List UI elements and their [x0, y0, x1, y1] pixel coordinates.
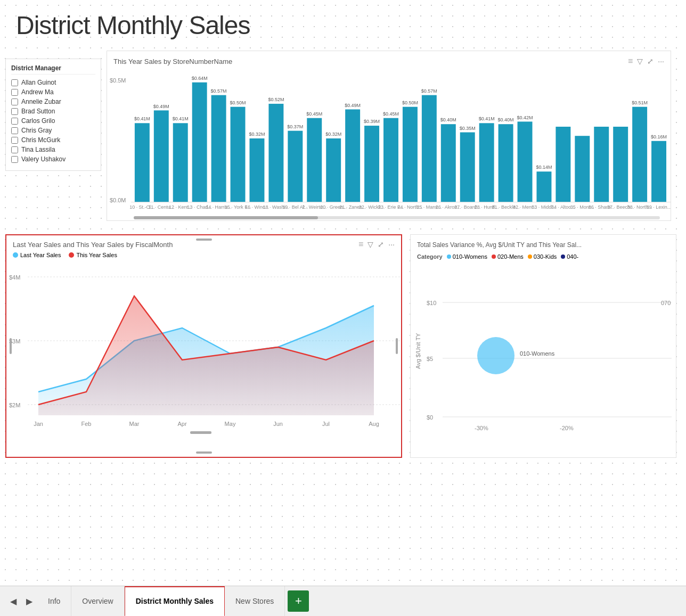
svg-text:$10: $10: [427, 300, 436, 306]
filter-checkbox-4[interactable]: [11, 118, 18, 125]
filter-label-8: Valery Ushakov: [21, 155, 66, 163]
svg-text:Jul: Jul: [322, 421, 330, 427]
scatter-legend-label: Category: [417, 253, 443, 260]
svg-text:$0.41M: $0.41M: [173, 117, 189, 122]
bar-chart-svg: $0.5M $0.0M $0.41M $0.49M $0.41M $0.64M …: [107, 67, 671, 210]
filter-checkbox-7[interactable]: [11, 146, 18, 153]
resize-handle-right[interactable]: [396, 338, 398, 354]
svg-text:$0.39M: $0.39M: [364, 119, 380, 124]
filter-item-5[interactable]: Chris Gray: [11, 127, 95, 134]
svg-text:$2M: $2M: [9, 402, 20, 408]
tab-overview[interactable]: Overview: [71, 586, 124, 617]
line-chart-legend: Last Year Sales This Year Sales: [6, 249, 401, 261]
filter-item-8[interactable]: Valery Ushakov: [11, 155, 95, 163]
svg-text:$0.52M: $0.52M: [268, 97, 284, 102]
tab-district-monthly-sales[interactable]: District Monthly Sales: [125, 586, 225, 616]
svg-rect-50: [632, 107, 647, 202]
svg-rect-18: [288, 131, 303, 202]
womens-bubble-label: 010-Womens: [520, 350, 555, 357]
womens-bubble[interactable]: [477, 337, 514, 374]
resize-handle-bottom[interactable]: [196, 451, 212, 454]
svg-text:$0.14M: $0.14M: [536, 165, 552, 170]
scatter-chart-title: Total Sales Variance %, Avg $/Unit TY an…: [417, 241, 582, 249]
svg-rect-32: [422, 95, 437, 202]
line-expand-icon[interactable]: ⤢: [378, 240, 384, 249]
svg-text:$0.45M: $0.45M: [383, 111, 399, 117]
expand-icon[interactable]: ⤢: [647, 57, 654, 65]
tab-add-button[interactable]: +: [288, 590, 309, 612]
line-filter-icon[interactable]: ▽: [368, 240, 373, 249]
svg-text:May: May: [225, 421, 236, 427]
legend-label-last-year: Last Year Sales: [20, 252, 61, 258]
filter-checkbox-6[interactable]: [11, 137, 18, 144]
svg-text:Avg $/Unit TY: Avg $/Unit TY: [415, 333, 421, 369]
more-options-icon[interactable]: ···: [658, 57, 664, 65]
filter-checkbox-5[interactable]: [11, 127, 18, 134]
svg-text:$0.0M: $0.0M: [110, 197, 126, 203]
filter-checkbox-8[interactable]: [11, 156, 18, 163]
filter-checkbox-0[interactable]: [11, 79, 18, 86]
tab-new-stores[interactable]: New Stores: [225, 586, 285, 617]
nav-right-arrow[interactable]: ▶: [21, 586, 37, 617]
resize-handle-top[interactable]: [196, 239, 212, 241]
svg-text:070: 070: [661, 300, 671, 306]
svg-text:$0.49M: $0.49M: [153, 104, 169, 109]
legend-this-year: This Year Sales: [69, 252, 117, 258]
filter-checkbox-1[interactable]: [11, 89, 18, 96]
svg-text:$0.16M: $0.16M: [651, 134, 667, 139]
filter-icon[interactable]: ▽: [637, 57, 643, 65]
scatter-legend-kids: 030-Kids: [528, 253, 557, 260]
svg-rect-46: [556, 127, 570, 202]
womens-dot: [447, 254, 451, 259]
svg-text:Jan: Jan: [34, 421, 43, 427]
tab-info[interactable]: Info: [37, 586, 71, 617]
scrollbar-thumb[interactable]: [134, 216, 318, 219]
bar-chart-title: This Year Sales by StoreNumberName: [113, 58, 232, 65]
filter-label-6: Chris McGurk: [21, 136, 60, 144]
svg-text:$0.35M: $0.35M: [460, 126, 476, 131]
filter-item-0[interactable]: Allan Guinot: [11, 79, 95, 86]
svg-rect-16: [268, 104, 283, 202]
svg-text:$0.49M: $0.49M: [345, 103, 361, 108]
filter-checkbox-3[interactable]: [11, 108, 18, 115]
filter-item-2[interactable]: Annelie Zubar: [11, 98, 95, 105]
line-more-icon[interactable]: ···: [388, 240, 395, 249]
svg-rect-14: [249, 138, 264, 202]
nav-left-arrow[interactable]: ◀: [5, 586, 21, 617]
scatter-chart-header: Total Sales Variance %, Avg $/Unit TY an…: [411, 235, 676, 251]
filter-item-4[interactable]: Carlos Grilo: [11, 117, 95, 125]
svg-rect-24: [345, 109, 360, 202]
womens-label: 010-Womens: [453, 253, 487, 260]
svg-text:Jun: Jun: [273, 421, 283, 427]
tab-overview-label: Overview: [82, 597, 113, 605]
mens-dot: [492, 254, 496, 259]
svg-rect-30: [403, 107, 418, 202]
resize-handle-left[interactable]: [10, 338, 12, 354]
filter-item-1[interactable]: Andrew Ma: [11, 88, 95, 96]
legend-dot-this-year: [69, 252, 74, 258]
svg-text:-20%: -20%: [560, 425, 574, 431]
filter-label-2: Annelie Zubar: [21, 98, 61, 105]
svg-rect-34: [441, 124, 456, 202]
svg-rect-36: [460, 133, 475, 202]
svg-rect-6: [173, 123, 188, 202]
tab-info-label: Info: [48, 597, 60, 605]
filter-label-7: Tina Lassila: [21, 146, 55, 153]
svg-rect-42: [518, 121, 533, 202]
svg-text:$0.37M: $0.37M: [287, 124, 303, 129]
filter-item-7[interactable]: Tina Lassila: [11, 146, 95, 153]
svg-text:$0.41M: $0.41M: [134, 117, 150, 122]
scatter-chart-svg: Avg $/Unit TY $10 $5 $0 -30% -20% 010-Wo…: [411, 262, 677, 443]
filter-label-0: Allan Guinot: [21, 79, 56, 86]
svg-text:$0.50M: $0.50M: [230, 100, 246, 105]
svg-rect-48: [594, 127, 609, 202]
svg-rect-2: [135, 123, 150, 202]
filter-checkbox-2[interactable]: [11, 98, 18, 105]
svg-text:$0.32M: $0.32M: [249, 132, 265, 137]
svg-text:$5: $5: [427, 356, 433, 362]
svg-rect-12: [231, 107, 246, 202]
filter-item-3[interactable]: Brad Sutton: [11, 108, 95, 115]
line-chart-title: Last Year Sales and This Year Sales by F…: [13, 241, 173, 249]
filter-item-6[interactable]: Chris McGurk: [11, 136, 95, 144]
filter-label-5: Chris Gray: [21, 127, 52, 134]
